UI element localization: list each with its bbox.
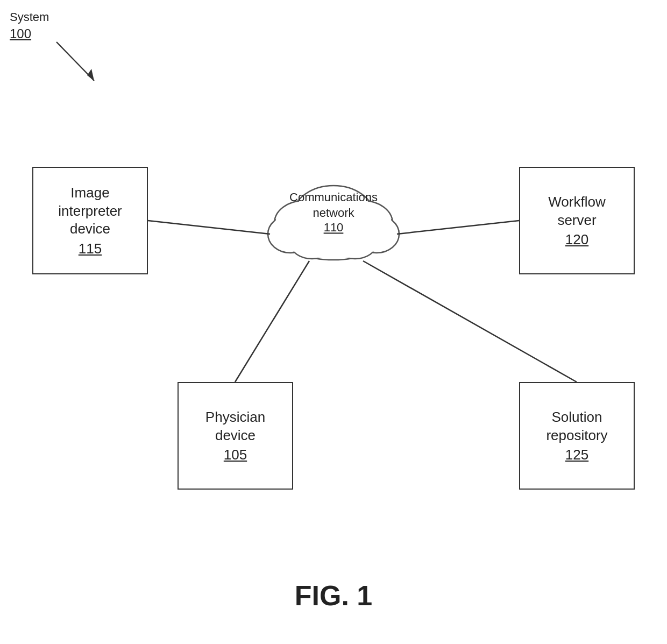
- workflow-server-title: Workflow server: [528, 193, 626, 230]
- physician-device-title: Physician device: [186, 408, 285, 445]
- workflow-server-ref: 120: [565, 231, 588, 248]
- diagram-container: System 100: [0, 0, 667, 644]
- box-image-interpreter: Image interpreter device 115: [32, 167, 148, 274]
- fig-label: FIG. 1: [295, 579, 372, 612]
- svg-line-18: [148, 221, 270, 234]
- solution-repository-ref: 125: [565, 447, 588, 463]
- network-ref: 110: [289, 221, 378, 235]
- svg-line-19: [397, 221, 519, 234]
- image-interpreter-title: Image interpreter device: [41, 184, 139, 238]
- system-label: System 100: [10, 10, 49, 42]
- cloud-text: Communications network 110: [289, 190, 378, 235]
- system-text: System: [10, 10, 49, 24]
- physician-device-ref: 105: [224, 447, 247, 463]
- box-workflow-server: Workflow server 120: [519, 167, 635, 274]
- network-title: Communications network: [289, 190, 378, 221]
- cloud-container: Communications network 110: [258, 159, 409, 266]
- box-physician-device: Physician device 105: [178, 382, 293, 490]
- svg-marker-1: [87, 69, 94, 81]
- diagram-svg: [0, 0, 667, 644]
- svg-line-0: [56, 42, 94, 81]
- box-solution-repository: Solution repository 125: [519, 382, 635, 490]
- image-interpreter-ref: 115: [79, 240, 102, 257]
- solution-repository-title: Solution repository: [528, 408, 626, 445]
- svg-line-21: [363, 261, 577, 382]
- svg-line-20: [235, 261, 309, 382]
- system-ref: 100: [10, 26, 31, 41]
